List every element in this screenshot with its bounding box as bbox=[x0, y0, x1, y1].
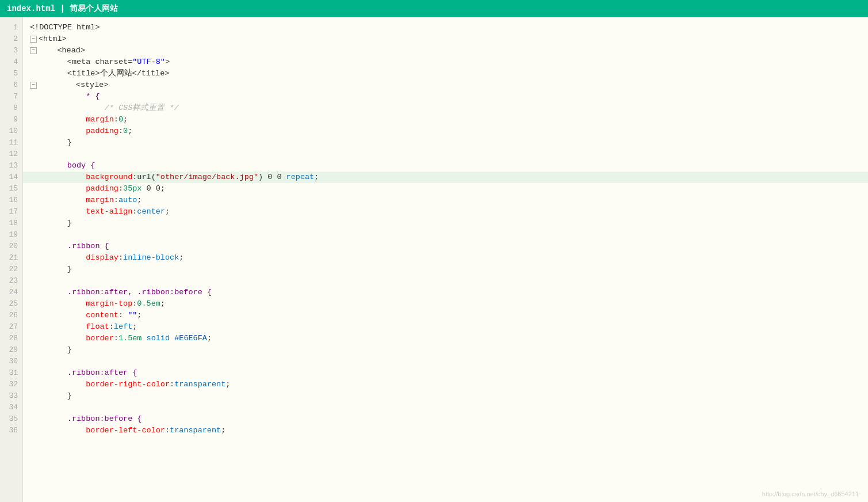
code-line: } bbox=[23, 344, 868, 356]
token-plain: <title> bbox=[30, 68, 100, 79]
token-plain: : bbox=[165, 425, 170, 436]
code-line: − <head> bbox=[23, 45, 868, 56]
token-selector: * { bbox=[30, 91, 100, 102]
token-plain: ; bbox=[207, 333, 212, 344]
code-line: display:inline-block; bbox=[23, 252, 868, 264]
watermark: http://blog.csdn.net/chy_d6654211 bbox=[762, 490, 859, 497]
token-plain: ; bbox=[179, 252, 183, 264]
token-selector: .ribbon:after { bbox=[30, 367, 137, 379]
code-line: .ribbon:after, .ribbon:before { bbox=[23, 287, 868, 298]
line-number: 10 bbox=[0, 126, 22, 137]
code-line: border-right-color:transparent; bbox=[23, 379, 868, 390]
token-prop: border-left-color bbox=[30, 425, 165, 436]
token-prop: border bbox=[30, 333, 114, 344]
code-content[interactable]: <!DOCTYPE html>−<html>− <head> <meta cha… bbox=[23, 17, 868, 502]
token-plain: } bbox=[30, 264, 72, 275]
token-plain: : bbox=[114, 114, 118, 126]
token-plain: <!DOCTYPE html> bbox=[30, 22, 100, 33]
line-number: 26 bbox=[0, 310, 22, 321]
code-line: * { bbox=[23, 91, 868, 102]
code-line: <meta charset="UTF-8"> bbox=[23, 56, 868, 68]
code-line bbox=[23, 275, 868, 287]
line-number: 9 bbox=[0, 114, 22, 126]
token-plain: ) bbox=[258, 172, 263, 183]
editor-container: 1234567891011121314151617181920212223242… bbox=[0, 17, 868, 502]
token-plain: ; bbox=[132, 321, 137, 333]
code-line: <!DOCTYPE html> bbox=[23, 22, 868, 33]
token-plain: ; bbox=[128, 126, 132, 137]
code-line: /* CSS样式重置 */ bbox=[23, 102, 868, 114]
line-number: 11 bbox=[0, 137, 22, 149]
token-plain: url( bbox=[137, 172, 155, 183]
line-number: 5 bbox=[0, 68, 22, 79]
line-number: 21 bbox=[0, 252, 22, 264]
code-line: float:left; bbox=[23, 321, 868, 333]
token-plain: ; bbox=[221, 425, 225, 436]
token-plain: ; bbox=[123, 114, 128, 126]
token-str: "" bbox=[128, 310, 137, 321]
token-plain: : bbox=[132, 298, 137, 310]
token-plain: } bbox=[30, 390, 72, 402]
token-prop: border-right-color bbox=[30, 379, 170, 390]
code-line: .ribbon:before { bbox=[23, 413, 868, 425]
code-line: .ribbon:after { bbox=[23, 367, 868, 379]
token-url-str: "other/image/back.jpg" bbox=[156, 172, 258, 183]
line-number: 36 bbox=[0, 425, 22, 436]
token-plain: ; bbox=[137, 310, 142, 321]
line-number: 32 bbox=[0, 379, 22, 390]
code-line bbox=[23, 149, 868, 160]
line-number: 8 bbox=[0, 102, 22, 114]
fold-icon[interactable]: − bbox=[30, 36, 37, 43]
token-plain: <head> bbox=[39, 45, 85, 56]
token-plain: <meta charset= bbox=[30, 56, 132, 68]
token-plain: ; bbox=[314, 172, 319, 183]
line-number: 14 bbox=[0, 172, 22, 183]
line-number: 17 bbox=[0, 206, 22, 218]
code-line: padding:0; bbox=[23, 126, 868, 137]
code-line bbox=[23, 402, 868, 413]
line-number: 27 bbox=[0, 321, 22, 333]
code-line: margin-top:0.5em; bbox=[23, 298, 868, 310]
line-number: 31 bbox=[0, 367, 22, 379]
token-prop: margin bbox=[30, 195, 114, 206]
line-number: 4 bbox=[0, 56, 22, 68]
token-selector: .ribbon:before { bbox=[30, 413, 142, 425]
token-selector: .ribbon { bbox=[30, 241, 109, 252]
line-number: 13 bbox=[0, 160, 22, 172]
token-num-val: 0.5em bbox=[137, 298, 160, 310]
line-number: 6 bbox=[0, 79, 22, 91]
line-number: 22 bbox=[0, 264, 22, 275]
code-line: } bbox=[23, 390, 868, 402]
token-plain bbox=[170, 333, 174, 344]
code-area: 1234567891011121314151617181920212223242… bbox=[0, 17, 868, 502]
token-num-val: 1.5em bbox=[118, 333, 142, 344]
code-line: padding:35px 0 0; bbox=[23, 183, 868, 195]
token-keyword-val: transparent bbox=[170, 425, 221, 436]
line-number: 34 bbox=[0, 402, 22, 413]
token-plain: <style> bbox=[39, 79, 109, 91]
code-line: content: ""; bbox=[23, 310, 868, 321]
line-number: 25 bbox=[0, 298, 22, 310]
code-line: margin:auto; bbox=[23, 195, 868, 206]
token-plain: : bbox=[118, 252, 123, 264]
fold-icon[interactable]: − bbox=[30, 82, 37, 89]
token-plain: ; bbox=[160, 298, 165, 310]
line-number: 18 bbox=[0, 218, 22, 229]
code-line bbox=[23, 356, 868, 367]
code-line: border-left-color:transparent; bbox=[23, 425, 868, 436]
fold-icon[interactable]: − bbox=[30, 47, 37, 54]
token-plain: : bbox=[170, 379, 174, 390]
token-plain: } bbox=[30, 137, 72, 149]
code-line: − <style> bbox=[23, 79, 868, 91]
token-plain: ; bbox=[137, 195, 142, 206]
token-keyword-val: auto bbox=[118, 195, 137, 206]
title-bar: index.html | 简易个人网站 bbox=[0, 0, 868, 17]
token-keyword-val: center bbox=[137, 206, 165, 218]
token-str: "UTF-8" bbox=[132, 56, 165, 68]
token-keyword-val: solid bbox=[147, 333, 170, 344]
token-num-val: 35px bbox=[123, 183, 142, 195]
token-plain: 0 0; bbox=[142, 183, 165, 195]
code-line bbox=[23, 229, 868, 241]
code-line: −<html> bbox=[23, 33, 868, 45]
line-number: 1 bbox=[0, 22, 22, 33]
